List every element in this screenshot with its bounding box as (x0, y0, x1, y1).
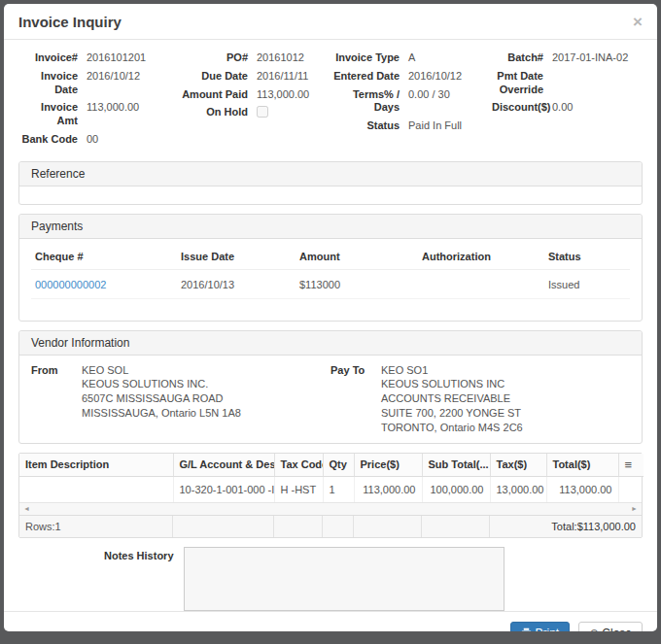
field-status: Status Paid In Full (325, 119, 492, 133)
field-label: Due Date (177, 70, 257, 84)
field-amount-paid: Amount Paid 113,000.00 (177, 88, 325, 102)
pay-to-label: Pay To (330, 363, 381, 435)
modal-footer: Print ⊘Close (4, 611, 657, 631)
footer-cell (422, 516, 490, 537)
field-discount: Discount($) 0.00 (492, 101, 643, 115)
item-qty-cell: 1 (323, 476, 354, 502)
item-tax-cell: 13,000.00 (490, 476, 546, 502)
on-hold-checkbox[interactable] (257, 106, 268, 118)
field-value: 0.00 (552, 101, 573, 115)
field-label: PO# (177, 51, 257, 65)
field-value: 2016/11/11 (257, 70, 308, 84)
items-footer-row: Rows:1 Total:$113,000.00 (19, 515, 642, 537)
column-header-sub-total: Sub Total(... (422, 454, 490, 477)
column-header-qty: Qty (323, 454, 354, 477)
field-value: 2016/10/12 (87, 70, 140, 84)
item-tax-code-cell: H -HST (274, 476, 323, 502)
items-total: Total:$113,000.00 (490, 516, 642, 537)
cheque-number-link[interactable]: 000000000002 (35, 279, 106, 290)
footer-cell (354, 516, 422, 537)
payment-cheque-cell: 000000000002 (31, 269, 177, 298)
field-due-date: Due Date 2016/11/11 (177, 70, 325, 84)
item-menu-cell (618, 476, 644, 502)
field-value: 0.00 / 30 (408, 88, 450, 102)
field-value: 2016101201 (87, 51, 146, 65)
scroll-right-icon[interactable]: ► (629, 505, 640, 512)
summary-column-4: Batch# 2017-01-INA-02 Pmt Date Override … (492, 51, 643, 152)
field-value (257, 106, 268, 121)
column-header-tax-code: Tax Code (274, 454, 323, 477)
field-bank-code: Bank Code 00 (18, 133, 177, 147)
field-label: Invoice Type (325, 51, 408, 65)
field-label: Amount Paid (177, 88, 257, 102)
close-icon[interactable]: × (633, 14, 643, 30)
address-line: KEOUS SOLUTIONS INC. (82, 377, 241, 391)
field-po-number: PO# 20161012 (177, 51, 325, 65)
vendor-panel: Vendor Information From KEO SOL KEOUS SO… (18, 330, 643, 444)
columns-menu-header: ≡ (618, 454, 644, 477)
field-label: Discount($) (492, 101, 552, 115)
vendor-panel-body: From KEO SOL KEOUS SOLUTIONS INC. 6507C … (19, 356, 642, 443)
field-label: Status (325, 119, 408, 133)
close-button[interactable]: ⊘Close (578, 622, 643, 631)
print-button[interactable]: Print (510, 622, 571, 631)
item-total-cell: 113,000.00 (546, 476, 618, 502)
column-header-amount: Amount (296, 247, 418, 270)
footer-cell (274, 516, 323, 537)
payments-table: Cheque # Issue Date Amount Authorization… (31, 247, 630, 299)
field-invoice-number: Invoice# 2016101201 (18, 51, 177, 65)
scroll-left-icon[interactable]: ◄ (21, 505, 32, 512)
notes-history-label: Notes History (104, 547, 184, 611)
field-value: 00 (87, 133, 98, 147)
reference-panel-title: Reference (19, 162, 642, 186)
payments-panel-body: Cheque # Issue Date Amount Authorization… (19, 239, 642, 321)
column-header-authorization: Authorization (418, 247, 544, 270)
payments-header-row: Cheque # Issue Date Amount Authorization… (31, 247, 630, 270)
vendor-pay-to-block: Pay To KEO SO1 KEOUS SOLUTIONS INC ACCOU… (330, 363, 630, 435)
field-pmt-date-override: Pmt Date Override (492, 70, 643, 97)
modal-body: Invoice# 2016101201 Invoice Date 2016/10… (4, 40, 657, 611)
field-entered-date: Entered Date 2016/10/12 (325, 70, 492, 84)
payment-status-cell: Issued (544, 269, 630, 298)
columns-menu-icon[interactable]: ≡ (625, 458, 633, 471)
field-invoice-amt: Invoice Amt 113,000.00 (18, 101, 177, 128)
notes-history-textarea[interactable] (184, 547, 504, 611)
address-line: 6507C MISSISSAUGA ROAD (82, 391, 241, 406)
field-label: On Hold (177, 106, 257, 119)
field-value: Paid In Full (408, 119, 462, 133)
modal-header: Invoice Inquiry × (4, 4, 657, 40)
from-address: KEO SOL KEOUS SOLUTIONS INC. 6507C MISSI… (82, 363, 241, 435)
address-line: ACCOUNTS RECEIVABLE (381, 391, 523, 406)
pay-to-address: KEO SO1 KEOUS SOLUTIONS INC ACCOUNTS REC… (381, 363, 523, 435)
address-line: MISSISSAUGA, Ontario L5N 1A8 (82, 406, 241, 421)
print-button-label: Print (536, 627, 560, 631)
field-invoice-date: Invoice Date 2016/10/12 (18, 70, 177, 97)
column-header-status: Status (544, 247, 630, 270)
item-price-cell: 113,000.00 (354, 476, 422, 502)
vendor-panel-title: Vendor Information (19, 331, 642, 356)
item-gl-account-cell: 10-320-1-001-000 -Inst... (173, 476, 274, 502)
items-header-row: Item Description G/L Account & Desc Tax … (19, 454, 644, 477)
column-header-issue-date: Issue Date (177, 247, 296, 270)
payment-amount-cell: $113000 (296, 269, 418, 298)
field-value: 113,000.00 (87, 101, 139, 115)
column-header-gl-account: G/L Account & Desc (173, 454, 274, 477)
field-label: Pmt Date Override (492, 70, 552, 97)
field-value: 20161012 (257, 51, 304, 65)
field-label: Bank Code (18, 133, 87, 147)
reference-panel: Reference (18, 161, 643, 205)
payments-panel-title: Payments (19, 215, 642, 239)
footer-cell (173, 516, 274, 537)
item-sub-total-cell: 100,000.00 (422, 476, 490, 502)
close-circle-icon: ⊘ (589, 627, 599, 631)
printer-icon (521, 627, 536, 631)
field-label: Invoice Date (18, 70, 87, 97)
field-on-hold: On Hold (177, 106, 325, 121)
payments-spacer (31, 299, 630, 313)
payment-row: 000000000002 2016/10/13 $113000 Issued (31, 269, 630, 298)
summary-column-1: Invoice# 2016101201 Invoice Date 2016/10… (18, 51, 177, 152)
field-value: A (408, 51, 415, 65)
close-button-label: Close (602, 627, 632, 631)
horizontal-scrollbar[interactable]: ◄ ► (19, 502, 642, 515)
item-row: 10-320-1-001-000 -Inst... H -HST 1 113,0… (19, 476, 644, 502)
